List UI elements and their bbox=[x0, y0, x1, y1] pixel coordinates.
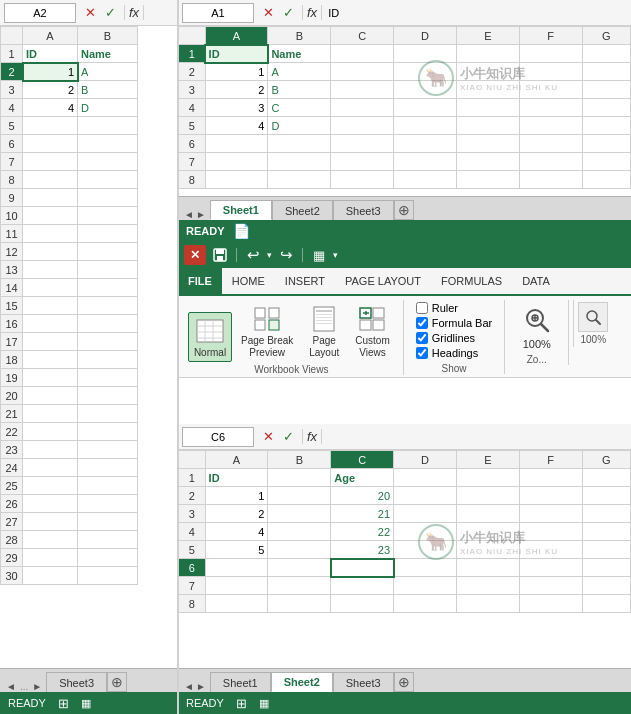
left-cell-b15[interactable] bbox=[78, 297, 138, 315]
left-cell-b1[interactable]: Name bbox=[78, 45, 138, 63]
bottom-row-header-2[interactable]: 2 bbox=[179, 487, 206, 505]
bottom-cell-d3[interactable] bbox=[394, 505, 457, 523]
headings-checkbox[interactable] bbox=[416, 347, 428, 359]
top-cancel-icon[interactable]: ✕ bbox=[260, 5, 276, 20]
bottom-cell-g4[interactable] bbox=[582, 523, 630, 541]
left-cell-b6[interactable] bbox=[78, 135, 138, 153]
top-tab-add[interactable]: ⊕ bbox=[394, 200, 414, 220]
bottom-cell-c6[interactable] bbox=[331, 559, 394, 577]
left-row-header-20[interactable]: 20 bbox=[1, 387, 23, 405]
left-row-header-14[interactable]: 14 bbox=[1, 279, 23, 297]
bottom-cell-g3[interactable] bbox=[582, 505, 630, 523]
bottom-row-header-1[interactable]: 1 bbox=[179, 469, 206, 487]
left-cell-a16[interactable] bbox=[23, 315, 78, 333]
top-cell-g1[interactable] bbox=[582, 45, 630, 63]
bottom-name-box[interactable] bbox=[182, 427, 254, 447]
left-chart-icon[interactable]: ▦ bbox=[81, 697, 91, 710]
left-cell-b21[interactable] bbox=[78, 405, 138, 423]
left-cell-b7[interactable] bbox=[78, 153, 138, 171]
bottom-cell-d6[interactable] bbox=[394, 559, 457, 577]
top-row-header-4[interactable]: 4 bbox=[179, 99, 206, 117]
bottom-cell-f2[interactable] bbox=[519, 487, 582, 505]
top-cell-d1[interactable] bbox=[394, 45, 457, 63]
left-row-header-10[interactable]: 10 bbox=[1, 207, 23, 225]
top-cell-a5[interactable]: 4 bbox=[205, 117, 268, 135]
left-confirm-icon[interactable]: ✓ bbox=[102, 5, 118, 20]
top-cell-d4[interactable] bbox=[394, 99, 457, 117]
top-cell-g2[interactable] bbox=[582, 63, 630, 81]
top-cell-d6[interactable] bbox=[394, 135, 457, 153]
left-row-header-26[interactable]: 26 bbox=[1, 495, 23, 513]
left-row-header-3[interactable]: 3 bbox=[1, 81, 23, 99]
bottom-row-header-3[interactable]: 3 bbox=[179, 505, 206, 523]
left-cell-b26[interactable] bbox=[78, 495, 138, 513]
bottom-cell-c7[interactable] bbox=[331, 577, 394, 595]
top-cell-c5[interactable] bbox=[331, 117, 394, 135]
bottom-col-F[interactable]: F bbox=[519, 451, 582, 469]
bottom-cell-c4[interactable]: 22 bbox=[331, 523, 394, 541]
bottom-cell-c3[interactable]: 21 bbox=[331, 505, 394, 523]
left-cell-b20[interactable] bbox=[78, 387, 138, 405]
top-formula-input[interactable] bbox=[324, 7, 627, 19]
bottom-cell-f8[interactable] bbox=[519, 595, 582, 613]
top-cell-a4[interactable]: 3 bbox=[205, 99, 268, 117]
bottom-cell-g6[interactable] bbox=[582, 559, 630, 577]
top-cell-f2[interactable] bbox=[519, 63, 582, 81]
top-cell-b8[interactable] bbox=[268, 171, 331, 189]
top-cell-e8[interactable] bbox=[456, 171, 519, 189]
top-cell-f7[interactable] bbox=[519, 153, 582, 171]
left-cell-a28[interactable] bbox=[23, 531, 78, 549]
top-confirm-icon[interactable]: ✓ bbox=[280, 5, 296, 20]
bottom-cell-c8[interactable] bbox=[331, 595, 394, 613]
top-cell-f1[interactable] bbox=[519, 45, 582, 63]
left-grid-icon[interactable]: ⊞ bbox=[58, 696, 69, 711]
bottom-cell-g1[interactable] bbox=[582, 469, 630, 487]
top-cell-e3[interactable] bbox=[456, 81, 519, 99]
top-cell-e2[interactable] bbox=[456, 63, 519, 81]
bottom-cell-a4[interactable]: 4 bbox=[205, 523, 268, 541]
top-cell-f3[interactable] bbox=[519, 81, 582, 99]
bottom-cancel-icon[interactable]: ✕ bbox=[260, 429, 276, 444]
bottom-cell-g7[interactable] bbox=[582, 577, 630, 595]
top-row-header-8[interactable]: 8 bbox=[179, 171, 206, 189]
bottom-cell-e7[interactable] bbox=[456, 577, 519, 595]
left-row-header-21[interactable]: 21 bbox=[1, 405, 23, 423]
bottom-cell-d8[interactable] bbox=[394, 595, 457, 613]
bottom-cell-a5[interactable]: 5 bbox=[205, 541, 268, 559]
top-cell-g4[interactable] bbox=[582, 99, 630, 117]
top-row-header-5[interactable]: 5 bbox=[179, 117, 206, 135]
top-cell-c6[interactable] bbox=[331, 135, 394, 153]
formula-toggle-icon[interactable]: ▦ bbox=[309, 245, 329, 265]
bottom-cell-b5[interactable] bbox=[268, 541, 331, 559]
top-cell-f4[interactable] bbox=[519, 99, 582, 117]
top-col-B[interactable]: B bbox=[268, 27, 331, 45]
left-row-header-28[interactable]: 28 bbox=[1, 531, 23, 549]
top-name-box[interactable] bbox=[182, 3, 254, 23]
left-row-header-6[interactable]: 6 bbox=[1, 135, 23, 153]
top-cell-e7[interactable] bbox=[456, 153, 519, 171]
top-cell-b4[interactable]: C bbox=[268, 99, 331, 117]
left-cell-b11[interactable] bbox=[78, 225, 138, 243]
left-cell-a18[interactable] bbox=[23, 351, 78, 369]
left-row-header-4[interactable]: 4 bbox=[1, 99, 23, 117]
top-cell-e6[interactable] bbox=[456, 135, 519, 153]
top-col-A[interactable]: A bbox=[205, 27, 268, 45]
bottom-cell-d4[interactable] bbox=[394, 523, 457, 541]
left-row-header-11[interactable]: 11 bbox=[1, 225, 23, 243]
bottom-cell-g2[interactable] bbox=[582, 487, 630, 505]
left-cell-a1[interactable]: ID bbox=[23, 45, 78, 63]
top-cell-b3[interactable]: B bbox=[268, 81, 331, 99]
redo-icon[interactable]: ↪ bbox=[276, 245, 296, 265]
top-cell-d3[interactable] bbox=[394, 81, 457, 99]
bottom-cell-a1[interactable]: ID bbox=[205, 469, 268, 487]
top-cell-d8[interactable] bbox=[394, 171, 457, 189]
bottom-confirm-icon[interactable]: ✓ bbox=[280, 429, 296, 444]
top-cell-g3[interactable] bbox=[582, 81, 630, 99]
bottom-cell-a2[interactable]: 1 bbox=[205, 487, 268, 505]
bottom-cell-a6[interactable] bbox=[205, 559, 268, 577]
save-icon[interactable] bbox=[210, 245, 230, 265]
top-cell-c2[interactable] bbox=[331, 63, 394, 81]
left-row-header-29[interactable]: 29 bbox=[1, 549, 23, 567]
left-cell-a27[interactable] bbox=[23, 513, 78, 531]
left-cell-b10[interactable] bbox=[78, 207, 138, 225]
